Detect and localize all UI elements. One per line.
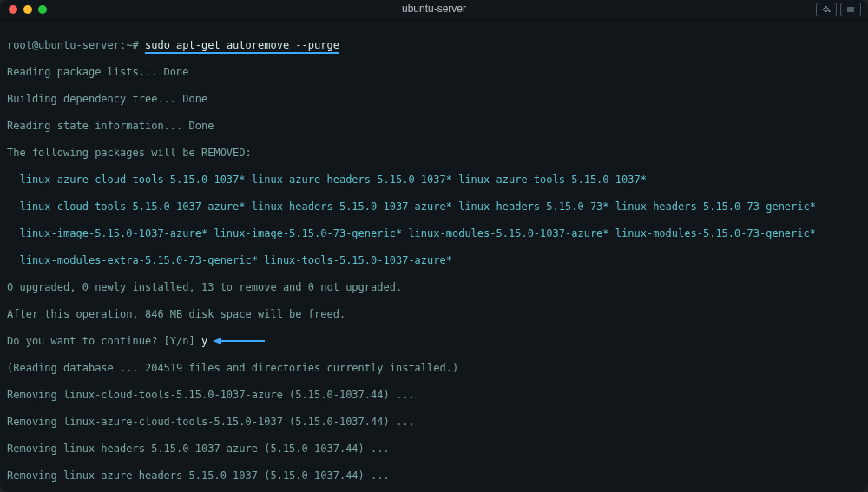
package-line: linux-modules-extra-5.15.0-73-generic* l…	[7, 254, 861, 268]
output-line: Removing linux-azure-cloud-tools-5.15.0-…	[7, 416, 861, 430]
window-title: ubuntu-server	[0, 3, 868, 16]
output-line: Removing linux-headers-5.15.0-1037-azure…	[7, 443, 861, 456]
output-line: Removing linux-cloud-tools-5.15.0-1037-a…	[7, 389, 861, 403]
annotation-arrow-icon	[213, 337, 265, 345]
prompt-path: :~#	[120, 39, 139, 51]
close-icon[interactable]	[9, 5, 17, 14]
confirm-answer: y	[201, 335, 207, 347]
package-line: linux-cloud-tools-5.15.0-1037-azure* lin…	[7, 200, 861, 214]
titlebar: ubuntu-server	[0, 0, 868, 20]
command-text: sudo apt-get autoremove --purge	[145, 39, 339, 54]
confirm-question: Do you want to continue? [Y/n]	[7, 335, 201, 347]
output-line: After this operation, 846 MB disk space …	[7, 308, 861, 322]
share-icon[interactable]	[816, 3, 837, 16]
zoom-icon[interactable]	[38, 5, 47, 14]
traffic-lights	[0, 5, 47, 14]
prompt-line: root@ubuntu-server:~# sudo apt-get autor…	[7, 39, 861, 53]
output-line: Removing linux-azure-headers-5.15.0-1037…	[7, 469, 861, 483]
output-line: (Reading database ... 204519 files and d…	[7, 362, 861, 376]
output-line: Reading package lists... Done	[7, 66, 861, 80]
output-line: The following packages will be REMOVED:	[7, 147, 861, 161]
package-line: linux-image-5.15.0-1037-azure* linux-ima…	[7, 227, 861, 241]
minimize-icon[interactable]	[23, 5, 32, 14]
terminal-output[interactable]: root@ubuntu-server:~# sudo apt-get autor…	[0, 20, 868, 492]
svg-marker-4	[213, 338, 221, 344]
terminal-window: ubuntu-server root@ubuntu-server:~# sudo…	[0, 0, 868, 492]
output-line: Reading state information... Done	[7, 120, 861, 134]
confirm-line: Do you want to continue? [Y/n] y	[7, 335, 861, 349]
output-line: 0 upgraded, 0 newly installed, 13 to rem…	[7, 281, 861, 295]
package-line: linux-azure-cloud-tools-5.15.0-1037* lin…	[7, 174, 861, 187]
output-line: Building dependency tree... Done	[7, 93, 861, 107]
prompt-user: root@ubuntu-server	[7, 39, 120, 51]
menu-icon[interactable]	[840, 3, 861, 16]
titlebar-actions	[816, 3, 861, 16]
